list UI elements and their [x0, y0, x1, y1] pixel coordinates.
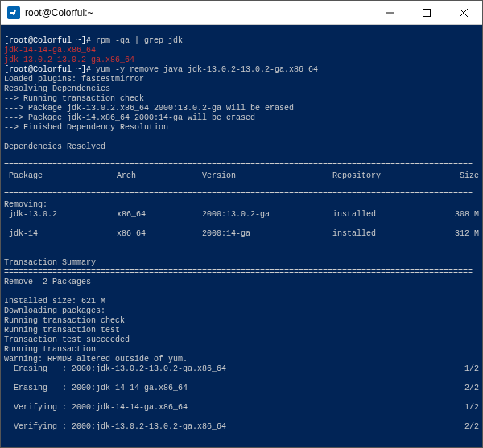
op-row: Erasing: 2000:jdk-14-14-ga.x86_642/2 [4, 384, 479, 393]
col-version: Version [202, 171, 332, 181]
table-header: PackageArchVersionRepositorySize [4, 171, 479, 181]
yum-line: ---> Package jdk-14.x86_64 2000:14-ga wi… [4, 113, 255, 122]
rpm-output-1: jdk-14-14-ga.x86_64 [4, 46, 96, 55]
tx-summary: Transaction Summary [4, 258, 96, 267]
post-line: Running transaction [4, 345, 96, 354]
minimize-button[interactable] [371, 1, 408, 24]
post-line: Downloading packages: [4, 306, 105, 315]
yum-line: ---> Package jdk-13.0.2.x86_64 2000:13.0… [4, 104, 294, 113]
terminal-output[interactable]: [root@Colorful ~]# rpm -qa | grep jdk jd… [1, 25, 482, 447]
table-row: jdk-13.0.2x86_642000:13.0.2-gainstalled3… [4, 210, 479, 220]
separator: ========================================… [4, 191, 473, 199]
col-repo: Repository [332, 171, 436, 181]
separator: ========================================… [4, 268, 473, 277]
window-controls [371, 1, 482, 24]
prompt: [root@Colorful ~]# [4, 65, 91, 74]
post-line: Transaction test succeeded [4, 335, 130, 344]
post-line: Running transaction check [4, 316, 125, 325]
yum-line: --> Finished Dependency Resolution [4, 123, 168, 132]
col-size: Size [436, 171, 479, 181]
col-package: Package [4, 171, 117, 181]
post-line: Warning: RPMDB altered outside of yum. [4, 355, 188, 364]
op-row: Erasing: 2000:jdk-13.0.2-13.0.2-ga.x86_6… [4, 364, 479, 374]
prompt: [root@Colorful ~]# [4, 36, 91, 45]
command-1: rpm -qa | grep jdk [96, 36, 183, 45]
tx-remove: Remove 2 Packages [4, 277, 91, 286]
svg-rect-1 [423, 9, 431, 16]
op-row: Verifying: 2000:jdk-14-14-ga.x86_641/2 [4, 403, 479, 413]
yum-line: --> Running transaction check [4, 94, 144, 103]
yum-line: Loaded plugins: fastestmirror [4, 75, 144, 84]
window-title: root@Colorful:~ [25, 7, 93, 18]
yum-line: Resolving Dependencies [4, 84, 110, 93]
post-line: Installed size: 621 M [4, 297, 105, 306]
titlebar-left: root@Colorful:~ [1, 6, 93, 19]
op-row: Verifying: 2000:jdk-13.0.2-13.0.2-ga.x86… [4, 422, 479, 432]
terminal-window: root@Colorful:~ [root@Colorful ~]# rpm -… [0, 0, 483, 448]
command-2: yum -y remove java jdk-13.0.2-13.0.2-ga.… [96, 65, 318, 74]
maximize-button[interactable] [408, 1, 445, 24]
titlebar: root@Colorful:~ [1, 1, 482, 25]
table-row: jdk-14x86_642000:14-gainstalled312 M [4, 229, 479, 239]
rpm-output-2: jdk-13.0.2-13.0.2-ga.x86_64 [4, 55, 134, 64]
powershell-icon [7, 6, 20, 19]
separator: ========================================… [4, 162, 473, 171]
close-button[interactable] [445, 1, 482, 24]
post-line: Running transaction test [4, 326, 120, 335]
removing-label: Removing: [4, 200, 47, 209]
col-arch: Arch [117, 171, 202, 181]
yum-line: Dependencies Resolved [4, 142, 105, 151]
